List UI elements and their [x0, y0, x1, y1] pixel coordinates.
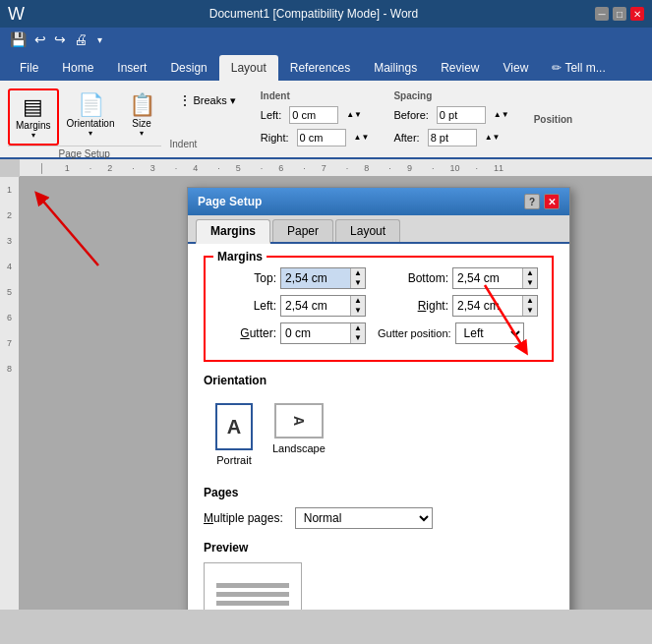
top-input[interactable] [281, 268, 350, 288]
tab-references[interactable]: References [278, 55, 362, 81]
orientation-section-label: Orientation [204, 374, 554, 387]
tab-layout[interactable]: Layout [219, 55, 278, 81]
spacing-before-input[interactable] [437, 106, 486, 124]
landscape-icon: A [274, 403, 324, 439]
gutter-row: Gutter: ▲ ▼ Gutter position: Left [217, 322, 540, 344]
right-input-group: ▲ ▼ [452, 295, 538, 317]
save-qat-btn[interactable]: 💾 [8, 29, 29, 49]
right-input[interactable] [453, 296, 522, 316]
left-spinner[interactable]: ▲ ▼ [350, 296, 365, 316]
breaks-text: Breaks ▾ [194, 94, 236, 107]
spacing-after-input[interactable] [428, 129, 477, 146]
tab-tell-me[interactable]: ✏ Tell m... [540, 55, 617, 81]
gutter-spin-up[interactable]: ▲ [351, 323, 365, 333]
pages-section-label: Pages [204, 486, 554, 499]
top-spinner[interactable]: ▲ ▼ [350, 268, 365, 288]
tab-review[interactable]: Review [429, 55, 491, 81]
indent-left-label: Left: [261, 109, 281, 121]
app-window: W Document1 [Compatibility Mode] - Word … [0, 0, 652, 644]
landscape-option[interactable]: A Landscape [272, 403, 326, 454]
indent-right-label: Right: [261, 132, 289, 144]
print-qat-btn[interactable]: 🖨 [72, 29, 89, 49]
gutter-spin-down[interactable]: ▼ [351, 333, 365, 343]
redo-qat-btn[interactable]: ↪ [52, 29, 68, 49]
margins-dropdown-arrow: ▾ [31, 131, 35, 140]
orientation-button[interactable]: 📄 Orientation ▾ [61, 88, 121, 142]
title-bar-text: Document1 [Compatibility Mode] - Word [32, 7, 595, 21]
title-bar: W Document1 [Compatibility Mode] - Word … [0, 0, 652, 28]
portrait-label: Portrait [216, 454, 251, 466]
gutter-input[interactable] [281, 323, 350, 343]
undo-qat-btn[interactable]: ↩ [32, 29, 48, 49]
right-spin-down[interactable]: ▼ [523, 306, 537, 316]
tab-design[interactable]: Design [158, 55, 218, 81]
qat-customize[interactable]: ▾ [97, 34, 102, 45]
spacing-after-spinner[interactable]: ▲▼ [485, 133, 501, 142]
left-spin-up[interactable]: ▲ [351, 296, 365, 306]
gutter-spinner[interactable]: ▲ ▼ [350, 323, 365, 343]
preview-label: Preview [204, 541, 554, 555]
vertical-ruler: 1 2 3 4 5 6 7 8 [0, 177, 20, 610]
margins-label: Margins [16, 120, 51, 131]
tab-mailings[interactable]: Mailings [362, 55, 429, 81]
orientation-section: Orientation A Portrait A [204, 374, 554, 474]
margins-icon: ▤ [23, 94, 43, 120]
multiple-pages-select[interactable]: Normal Mirror margins 2 pages per sheet … [295, 507, 433, 529]
orientation-icon: 📄 [78, 92, 104, 118]
gutter-position-select[interactable]: Left Top [455, 322, 524, 344]
dialog-help-btn[interactable]: ? [524, 194, 540, 209]
ruler-horizontal: │ 1 · 2 · 3 · 4 · 5 · 6 · 7 · 8 · 9 · 10… [20, 159, 652, 177]
indent-label: Indent [170, 139, 244, 149]
tab-view[interactable]: View [492, 55, 541, 81]
size-dropdown-arrow: ▾ [140, 129, 144, 138]
ruler-area: │ 1 · 2 · 3 · 4 · 5 · 6 · 7 · 8 · 9 · 10… [0, 159, 652, 177]
bottom-input-group: ▲ ▼ [452, 267, 538, 289]
portrait-option[interactable]: A Portrait [215, 403, 253, 466]
indent-left-spinner[interactable]: ▲▼ [346, 110, 362, 119]
bottom-input[interactable] [453, 268, 522, 288]
spacing-section-label: Spacing [393, 90, 508, 101]
indent-left-input[interactable] [289, 106, 338, 124]
indent-right-input[interactable] [297, 129, 346, 146]
indent-right-row: Right: ▲▼ [261, 129, 370, 146]
multiple-pages-label: Multiple pages: [204, 511, 283, 525]
dialog-title-buttons: ? ✕ [524, 194, 560, 209]
spacing-before-row: Before: ▲▼ [393, 106, 508, 124]
dialog-tab-margins[interactable]: Margins [196, 219, 270, 244]
spacing-before-spinner[interactable]: ▲▼ [494, 110, 509, 119]
right-spin-up[interactable]: ▲ [523, 296, 537, 306]
preview-line-3 [216, 601, 289, 606]
dialog-tab-layout[interactable]: Layout [335, 219, 400, 242]
left-input[interactable] [281, 296, 350, 316]
bottom-spinner[interactable]: ▲ ▼ [522, 268, 537, 288]
close-btn[interactable]: ✕ [630, 7, 644, 21]
dialog-tabs: Margins Paper Layout [188, 215, 569, 244]
tab-file[interactable]: File [8, 55, 50, 81]
multiple-pages-row: Multiple pages: Normal Mirror margins 2 … [204, 507, 554, 529]
top-spin-down[interactable]: ▼ [351, 278, 365, 288]
dialog-close-btn[interactable]: ✕ [544, 194, 560, 209]
breaks-button[interactable]: ⋮ Breaks ▾ [170, 88, 244, 112]
maximize-btn[interactable]: □ [613, 7, 626, 21]
pages-section: Pages Multiple pages: Normal Mirror marg… [204, 486, 554, 529]
right-spinner[interactable]: ▲ ▼ [522, 296, 537, 316]
minimize-btn[interactable]: ─ [595, 7, 609, 21]
top-margin-row: Top: ▲ ▼ Bottom: [217, 267, 540, 289]
tab-insert[interactable]: Insert [105, 55, 158, 81]
indent-right-spinner[interactable]: ▲▼ [354, 133, 370, 142]
spacing-before-label: Before: [393, 109, 428, 121]
size-button[interactable]: 📋 Size ▾ [123, 88, 161, 142]
preview-section: Preview [204, 541, 554, 610]
preview-line-1 [216, 583, 289, 588]
size-icon: 📋 [129, 92, 155, 118]
left-spin-down[interactable]: ▼ [351, 306, 365, 316]
margins-button[interactable]: ▤ Margins ▾ [8, 88, 59, 146]
indent-section-label: Indent [261, 90, 370, 101]
top-spin-up[interactable]: ▲ [351, 268, 365, 278]
dialog-tab-paper[interactable]: Paper [272, 219, 333, 242]
left-input-group: ▲ ▼ [280, 295, 366, 317]
bottom-spin-up[interactable]: ▲ [523, 268, 537, 278]
tab-home[interactable]: Home [50, 55, 105, 81]
bottom-spin-down[interactable]: ▼ [523, 278, 537, 288]
dialog-title-bar: Page Setup ? ✕ [188, 188, 569, 215]
